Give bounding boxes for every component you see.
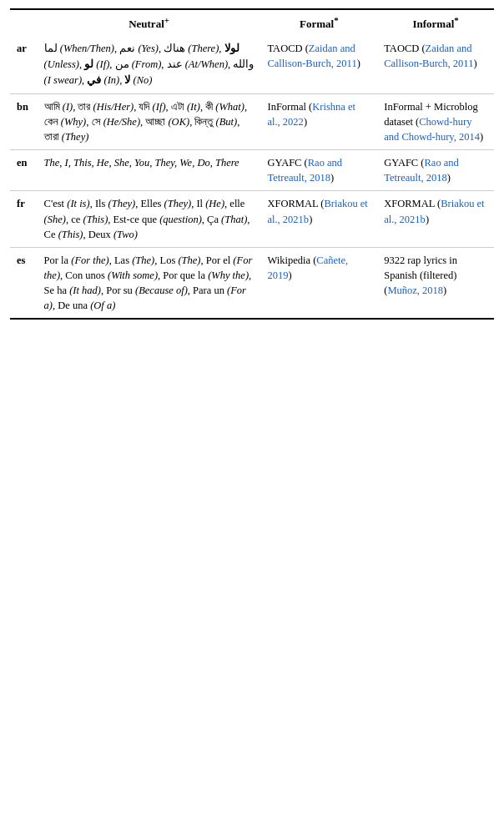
data-table: Neutral+ Formal* Informal* arلما (When/T… (10, 8, 494, 320)
informal-label: Informal* (412, 18, 458, 30)
table-header-row: Neutral+ Formal* Informal* (10, 9, 494, 36)
informal-col-header: Informal* (377, 9, 494, 36)
formal-label: Formal* (300, 18, 339, 30)
neutral-cell: আমি (I), তার (His/Her), যদি (If), এটা (I… (38, 93, 261, 149)
lang-cell: en (10, 150, 38, 191)
informal-cell: TAOCD (Zaidan and Callison-Burch, 2011) (377, 36, 494, 93)
lang-cell: ar (10, 36, 38, 93)
table-row: frC'est (It is), Ils (They), Elles (They… (10, 191, 494, 247)
formal-cell: Wikipedia (Cañete, 2019) (260, 247, 377, 319)
informal-superscript: * (454, 15, 458, 25)
lang-cell: bn (10, 93, 38, 149)
informal-cell: XFORMAL (Briakou et al., 2021b) (377, 191, 494, 247)
lang-col-header (10, 9, 38, 36)
neutral-superscript: + (164, 15, 169, 25)
formal-cell: XFORMAL (Briakou et al., 2021b) (260, 191, 377, 247)
table-row: bnআমি (I), তার (His/Her), যদি (If), এটা … (10, 93, 494, 149)
neutral-cell: C'est (It is), Ils (They), Elles (They),… (38, 191, 261, 247)
informal-cell: GYAFC (Rao and Tetreault, 2018) (377, 150, 494, 191)
formal-col-header: Formal* (260, 9, 377, 36)
neutral-cell: لما (When/Then), نعم (Yes), هناك (There)… (38, 36, 261, 93)
main-table-container: Neutral+ Formal* Informal* arلما (When/T… (10, 8, 494, 320)
neutral-label: Neutral+ (129, 18, 169, 30)
neutral-cell: The, I, This, He, She, You, They, We, Do… (38, 150, 261, 191)
table-row: esPor la (For the), Las (The), Los (The)… (10, 247, 494, 319)
neutral-col-header: Neutral+ (38, 9, 261, 36)
formal-cell: TAOCD (Zaidan and Callison-Burch, 2011) (260, 36, 377, 93)
formal-superscript: * (334, 15, 338, 25)
formal-cell: InFormal (Krishna et al., 2022) (260, 93, 377, 149)
lang-cell: es (10, 247, 38, 319)
informal-cell: InFormal + Microblog dataset (Chowd-hury… (377, 93, 494, 149)
informal-cell: 9322 rap lyrics in Spanish (filtered) (M… (377, 247, 494, 319)
table-row: arلما (When/Then), نعم (Yes), هناك (Ther… (10, 36, 494, 93)
table-row: enThe, I, This, He, She, You, They, We, … (10, 150, 494, 191)
lang-cell: fr (10, 191, 38, 247)
formal-cell: GYAFC (Rao and Tetreault, 2018) (260, 150, 377, 191)
neutral-cell: Por la (For the), Las (The), Los (The), … (38, 247, 261, 319)
